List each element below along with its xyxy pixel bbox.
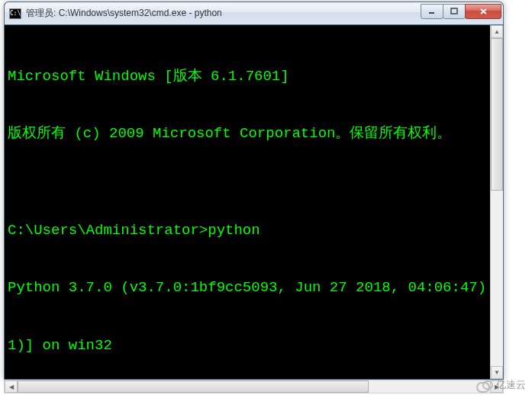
maximize-button[interactable] <box>443 4 466 19</box>
window-controls <box>421 4 501 19</box>
titlebar[interactable]: C:\ 管理员: C:\Windows\system32\cmd.exe - p… <box>5 2 503 25</box>
scroll-up-button[interactable]: ▲ <box>491 25 503 38</box>
command-prompt-window: C:\ 管理员: C:\Windows\system32\cmd.exe - p… <box>4 2 504 380</box>
close-button[interactable] <box>465 4 501 19</box>
scroll-down-button[interactable]: ▼ <box>491 366 503 379</box>
vertical-scrollbar[interactable]: ▲ ▼ <box>490 25 503 379</box>
watermark-text: 亿速云 <box>496 378 526 392</box>
terminal-output[interactable]: Microsoft Windows [版本 6.1.7601] 版权所有 (c)… <box>5 25 503 379</box>
horizontal-scroll-thumb[interactable] <box>18 381 369 393</box>
horizontal-scrollbar[interactable]: ◀ ▶ <box>4 380 504 393</box>
watermark: 亿速云 <box>476 378 526 392</box>
scroll-left-button[interactable]: ◀ <box>5 381 18 393</box>
cloud-icon <box>476 379 493 391</box>
svg-rect-0 <box>451 8 457 14</box>
window-title: 管理员: C:\Windows\system32\cmd.exe - pytho… <box>26 7 421 20</box>
minimize-button[interactable] <box>421 4 443 19</box>
cmd-icon: C:\ <box>9 8 21 19</box>
terminal-line: C:\Users\Administrator>python <box>8 221 501 240</box>
terminal-line: Microsoft Windows [版本 6.1.7601] <box>8 67 501 86</box>
terminal-line: 1)] on win32 <box>8 336 501 355</box>
terminal-line: Python 3.7.0 (v3.7.0:1bf9cc5093, Jun 27 … <box>8 278 501 297</box>
horizontal-scroll-track[interactable] <box>18 381 490 393</box>
vertical-scroll-thumb[interactable] <box>491 38 503 191</box>
terminal-line: 版权所有 (c) 2009 Microsoft Corporation。保留所有… <box>8 124 501 143</box>
